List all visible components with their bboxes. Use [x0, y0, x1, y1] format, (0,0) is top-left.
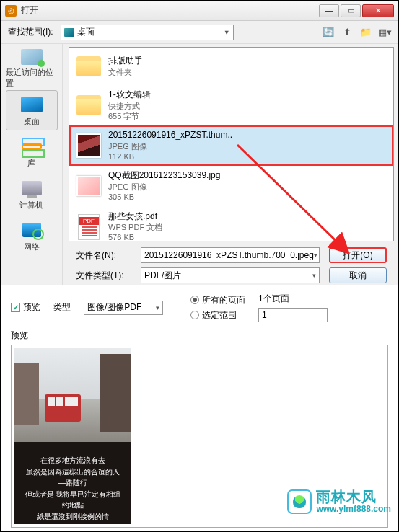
- preview-image: 在很多地方流浪有去 虽然是因為這樣出的合谊的人—路随行 但或者是 我将早已注定有…: [14, 348, 131, 524]
- toolbar-icons: 🔄 ⬆ 📁 ▦▾: [322, 26, 391, 39]
- file-size: 655 字节: [108, 111, 387, 121]
- maximize-button[interactable]: ▭: [341, 4, 361, 17]
- file-list[interactable]: 排版助手 文件夹 1-软文编辑 快捷方式 655 字节 201512260919…: [69, 47, 394, 241]
- folder-icon: [76, 95, 101, 115]
- network-icon: [22, 223, 41, 237]
- radio-all-label: 所有的页面: [202, 294, 245, 306]
- places-bar: 最近访问的位置 桌面 库 计算机 网络: [1, 44, 63, 285]
- desktop-icon: [64, 28, 74, 37]
- new-folder-icon[interactable]: 📁: [359, 26, 372, 39]
- place-label: 桌面: [24, 116, 40, 127]
- minimize-button[interactable]: —: [319, 4, 339, 17]
- radio-icon: [190, 296, 199, 304]
- pages-input[interactable]: [258, 308, 328, 322]
- file-name: 排版助手: [108, 56, 387, 67]
- file-name: 20151226091916_xPZST.thum..: [108, 130, 387, 141]
- filetype-value: PDF/图片: [144, 270, 181, 282]
- type-label: 类型: [53, 301, 71, 314]
- place-label: 最近访问的位置: [6, 67, 58, 89]
- main-area: 最近访问的位置 桌面 库 计算机 网络 排版助手 文件夹: [1, 44, 398, 285]
- place-recent[interactable]: 最近访问的位置: [6, 48, 58, 89]
- lookin-combo[interactable]: 桌面 ▼: [61, 25, 234, 40]
- view-menu-icon[interactable]: ▦▾: [378, 26, 391, 39]
- image-icon: [76, 176, 101, 196]
- file-item-pdf[interactable]: 那些女孩.pdf WPS PDF 文档 576 KB: [69, 207, 393, 241]
- computer-icon: [22, 181, 42, 195]
- watermark-url: www.ylmf888.com: [316, 505, 391, 514]
- radio-icon: [190, 311, 199, 319]
- file-item-image[interactable]: QQ截图20161223153039.jpg JPEG 图像 305 KB: [69, 166, 393, 206]
- place-label: 网络: [24, 241, 40, 252]
- filename-value: 20151226091916_xPZST.thumb.700_0.jpeg: [144, 250, 314, 260]
- file-type: JPEG 图像: [108, 182, 387, 192]
- file-type: JPEG 图像: [108, 141, 387, 151]
- place-label: 库: [27, 158, 35, 169]
- filetype-row: 文件类型(T): PDF/图片 ▾ 取消: [76, 267, 387, 283]
- radio-all-pages[interactable]: 所有的页面: [190, 294, 245, 306]
- radio-range-label: 选定范围: [202, 309, 237, 322]
- type-combo[interactable]: 图像/图像PDF ▾: [84, 301, 163, 315]
- file-list-panel: 排版助手 文件夹 1-软文编辑 快捷方式 655 字节 201512260919…: [63, 44, 398, 285]
- file-name: 1-软文编辑: [108, 89, 387, 101]
- file-type: 文件夹: [108, 67, 387, 77]
- file-type: WPS PDF 文档: [108, 222, 387, 232]
- watermark-logo-icon: [287, 489, 312, 514]
- chevron-down-icon: ▾: [314, 252, 317, 259]
- checkbox-icon: ✔: [11, 303, 20, 312]
- desktop-icon: [21, 97, 43, 112]
- file-name: 那些女孩.pdf: [108, 211, 387, 223]
- lookin-value: 桌面: [77, 26, 95, 38]
- place-label: 计算机: [19, 200, 43, 210]
- close-button[interactable]: ✕: [362, 4, 394, 17]
- file-size: 112 KB: [108, 151, 387, 161]
- place-desktop[interactable]: 桌面: [6, 90, 58, 130]
- pages-label: 1个页面: [258, 293, 328, 305]
- chevron-down-icon: ▾: [156, 304, 159, 311]
- file-size: 305 KB: [108, 192, 387, 202]
- preview-section-label: 预览: [11, 329, 388, 342]
- filename-row: 文件名(N): 20151226091916_xPZST.thumb.700_0…: [76, 247, 387, 263]
- cancel-button[interactable]: 取消: [329, 267, 387, 283]
- up-icon[interactable]: ⬆: [341, 26, 354, 39]
- file-item-shortcut[interactable]: 1-软文编辑 快捷方式 655 字节: [69, 85, 393, 125]
- file-item-folder[interactable]: 排版助手 文件夹: [69, 48, 393, 85]
- filename-combo[interactable]: 20151226091916_xPZST.thumb.700_0.jpeg ▾: [141, 247, 320, 263]
- page-range-group: 所有的页面 选定范围: [190, 294, 245, 322]
- watermark-cn: 雨林木风: [316, 489, 391, 505]
- lookin-label: 查找范围(I):: [8, 26, 53, 38]
- watermark: 雨林木风 www.ylmf888.com: [287, 489, 391, 514]
- filetype-combo[interactable]: PDF/图片 ▾: [141, 267, 320, 283]
- preview-caption: 在很多地方流浪有去 虽然是因為這樣出的合谊的人—路随行 但或者是 我将早已注定有…: [25, 455, 121, 522]
- preview-chk-label: 预览: [23, 301, 40, 314]
- chevron-down-icon: ▾: [312, 272, 316, 279]
- pdf-icon: [78, 214, 100, 240]
- app-icon: ◎: [5, 5, 17, 17]
- radio-range[interactable]: 选定范围: [190, 309, 245, 322]
- type-value: 图像/图像PDF: [87, 301, 141, 314]
- preview-checkbox[interactable]: ✔ 预览: [11, 301, 40, 314]
- place-computer[interactable]: 计算机: [6, 174, 58, 214]
- options-row: ✔ 预览 类型 图像/图像PDF ▾ 所有的页面 选定范围 1个页面: [11, 293, 388, 322]
- open-button[interactable]: 打开(O): [329, 247, 387, 263]
- image-icon: [76, 133, 101, 158]
- filename-rows: 文件名(N): 20151226091916_xPZST.thumb.700_0…: [69, 241, 394, 288]
- recent-icon: [21, 49, 43, 65]
- filetype-label: 文件类型(T):: [76, 270, 135, 282]
- window-buttons: — ▭ ✕: [317, 4, 394, 17]
- folder-icon: [76, 56, 101, 76]
- file-item-selected[interactable]: 20151226091916_xPZST.thum.. JPEG 图像 112 …: [69, 125, 393, 166]
- pages-column: 1个页面: [258, 293, 328, 322]
- file-type: 快捷方式: [108, 101, 387, 111]
- chevron-down-icon: ▼: [224, 29, 230, 36]
- filename-label: 文件名(N):: [76, 249, 135, 262]
- file-size: 576 KB: [108, 232, 387, 241]
- place-library[interactable]: 库: [6, 132, 58, 172]
- file-name: QQ截图20161223153039.jpg: [108, 170, 387, 182]
- place-network[interactable]: 网络: [6, 216, 58, 256]
- back-icon[interactable]: 🔄: [322, 26, 335, 39]
- library-icon: [22, 143, 42, 149]
- window-title: 打开: [21, 4, 317, 17]
- lookin-toolbar: 查找范围(I): 桌面 ▼ 🔄 ⬆ 📁 ▦▾: [1, 21, 398, 44]
- title-bar: ◎ 打开 — ▭ ✕: [1, 1, 398, 21]
